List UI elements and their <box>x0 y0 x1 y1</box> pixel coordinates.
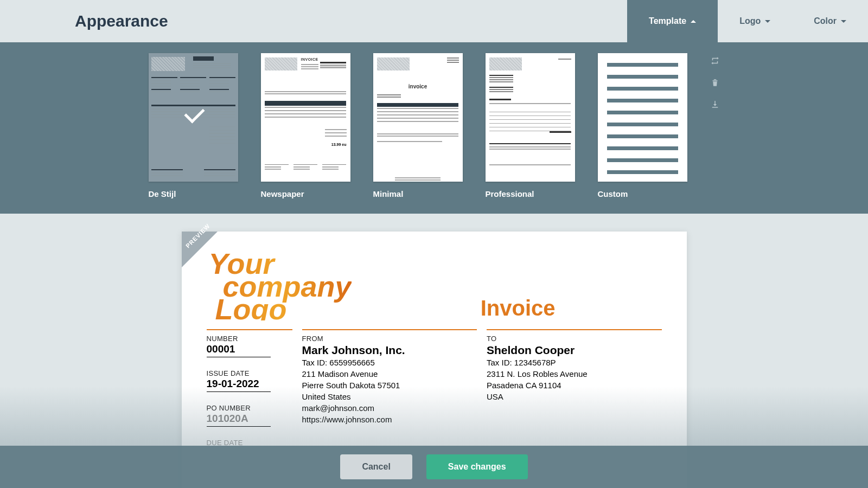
to-street: 2311 N. Los Robles Avenue <box>487 368 662 380</box>
template-label-professional: Professional <box>486 189 575 198</box>
tab-logo[interactable]: Logo <box>718 0 792 42</box>
cancel-button[interactable]: Cancel <box>340 454 412 479</box>
trash-icon[interactable] <box>710 78 720 87</box>
to-name: Sheldon Cooper <box>487 344 662 357</box>
tab-template[interactable]: Template <box>627 0 718 42</box>
meta-column: NUMBER 00001 ISSUE DATE 19-01-2022 PO NU… <box>207 329 292 459</box>
tab-logo-label: Logo <box>739 16 761 26</box>
from-street: 211 Madison Avenue <box>302 368 477 380</box>
to-country: USA <box>487 391 662 402</box>
from-country: United States <box>302 391 477 402</box>
number-label: NUMBER <box>207 335 271 343</box>
po-number-label: PO NUMBER <box>207 404 271 412</box>
invoice-title: Invoice <box>481 296 662 320</box>
issue-date-label: ISSUE DATE <box>207 369 271 377</box>
template-thumb-minimal[interactable]: invoice <box>373 53 463 182</box>
template-actions <box>710 53 720 198</box>
template-thumb-professional[interactable] <box>486 53 575 182</box>
from-email: mark@johnson.com <box>302 402 477 414</box>
from-name: Mark Johnson, Inc. <box>302 344 477 357</box>
tab-template-label: Template <box>649 16 686 26</box>
number-value: 00001 <box>207 343 271 355</box>
template-picker: De Stijl INVOICE 13.99 eu Newspaper invo… <box>0 42 868 214</box>
chevron-down-icon <box>841 20 846 23</box>
save-button[interactable]: Save changes <box>426 454 528 479</box>
chevron-down-icon <box>765 20 770 23</box>
template-label-minimal: Minimal <box>373 189 463 198</box>
header-tabs: Template Logo Color <box>627 0 868 42</box>
tab-color-label: Color <box>814 16 837 26</box>
from-city: Pierre South Dakota 57501 <box>302 380 477 391</box>
from-tax: Tax ID: 6559956665 <box>302 357 477 368</box>
chevron-up-icon <box>691 20 696 23</box>
template-label-de-stijl: De Stijl <box>149 189 238 198</box>
to-label: TO <box>487 335 662 343</box>
page-title: Appearance <box>0 0 627 42</box>
template-thumb-custom[interactable] <box>598 53 687 182</box>
from-label: FROM <box>302 335 477 343</box>
from-web: https://www.johnson.com <box>302 414 477 425</box>
po-number-value: 101020A <box>207 413 271 425</box>
template-thumb-de-stijl[interactable] <box>149 53 238 182</box>
to-city: Pasadena CA 91104 <box>487 380 662 391</box>
template-thumb-newspaper[interactable]: INVOICE 13.99 eu <box>261 53 350 182</box>
swap-icon[interactable] <box>710 56 720 66</box>
company-logo-placeholder: Your company Logo <box>207 252 352 320</box>
to-tax: Tax ID: 12345678P <box>487 357 662 368</box>
template-label-newspaper: Newspaper <box>261 189 350 198</box>
tab-color[interactable]: Color <box>792 0 868 42</box>
issue-date-value: 19-01-2022 <box>207 378 271 390</box>
download-icon[interactable] <box>710 99 720 109</box>
to-column: TO Sheldon Cooper Tax ID: 12345678P 2311… <box>487 329 662 459</box>
template-label-custom: Custom <box>598 189 687 198</box>
footer-bar: Cancel Save changes <box>0 446 868 488</box>
from-column: FROM Mark Johnson, Inc. Tax ID: 65599566… <box>302 329 477 459</box>
header: Appearance Template Logo Color <box>0 0 868 42</box>
